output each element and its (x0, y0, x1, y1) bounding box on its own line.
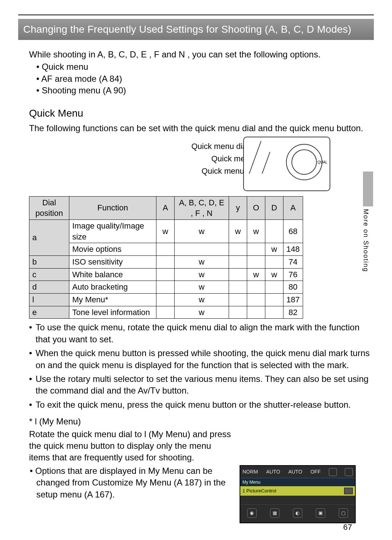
intro-line: While shooting in A, B, C, D, E , F and … (29, 49, 374, 60)
instruction-item: When the quick menu button is pressed wh… (29, 347, 374, 371)
cell (229, 294, 247, 306)
th-dial-position: Dial position (29, 196, 69, 219)
lcd-sel-text: PictureControl (246, 488, 276, 493)
cell-function: Tone level information (69, 306, 156, 319)
cell-dial-pos: b (29, 255, 69, 268)
cell-page: 82 (283, 306, 303, 319)
cell-page: 80 (283, 281, 303, 294)
section-desc: The following functions can be set with … (29, 122, 374, 134)
instruction-item: Use the rotary multi selector to set the… (29, 373, 374, 397)
dial-qual-label: QUAL (318, 160, 327, 165)
intro-item: Quick menu (36, 61, 374, 73)
instruction-list: To use the quick menu, rotate the quick … (29, 322, 374, 411)
lcd-bottom-icon: ▢ (339, 508, 348, 518)
cell: w (156, 219, 175, 243)
cell (247, 243, 265, 256)
cell: w (175, 219, 229, 243)
cell: w (247, 219, 265, 243)
cell (229, 306, 247, 319)
th-col-page: A (283, 196, 303, 219)
cell (156, 294, 175, 306)
cell (156, 306, 175, 319)
lcd-sel-num: 1 (242, 488, 245, 493)
cell (229, 243, 247, 256)
cell: w (265, 268, 283, 281)
table-row: d Auto bracketing w 80 (29, 281, 303, 294)
lcd-top-wb: AUTO (288, 468, 302, 475)
instruction-item: To use the quick menu, rotate the quick … (29, 322, 374, 345)
lcd-top-icon (345, 468, 353, 476)
dial-illustration: QUAL (243, 137, 330, 191)
cell-dial-pos: l (29, 294, 69, 306)
cell (229, 268, 247, 281)
cell-page: 68 (283, 219, 303, 243)
intro-block: While shooting in A, B, C, D, E , F and … (29, 49, 374, 97)
side-tab-label: More on Shooting (362, 209, 370, 272)
lcd-screenshot: NORM AUTO AUTO OFF My Menu 1 PictureCont… (240, 465, 356, 523)
cell (265, 294, 283, 306)
cell (156, 255, 175, 268)
cell-dial-pos: c (29, 268, 69, 281)
th-col-modes: A, B, C, D, E , F , N (175, 196, 229, 219)
lcd-top-bkt: OFF (310, 468, 320, 475)
cell-function: My Menu* (69, 294, 156, 306)
cell-function: Image quality/Image size (69, 219, 156, 243)
lcd-thumb-icon (344, 488, 353, 494)
side-tab-marker (363, 172, 373, 206)
cell-dial-pos: d (29, 281, 69, 294)
cell (175, 243, 229, 256)
table-row: b ISO sensitivity w 74 (29, 255, 303, 268)
lcd-bottom-icon: ▣ (316, 508, 325, 518)
lcd-selected-row: 1 PictureControl (240, 486, 355, 496)
lcd-bottom-icon: ▦ (270, 508, 279, 518)
cell-page: 148 (283, 243, 303, 256)
page-number: 67 (343, 522, 352, 533)
th-col-d: D (265, 196, 283, 219)
cell: w (175, 255, 229, 268)
cell (156, 268, 175, 281)
cell-page: 76 (283, 268, 303, 281)
page-title: Changing the Frequently Used Settings fo… (18, 19, 374, 40)
quick-menu-table: Dial position Function A A, B, C, D, E ,… (29, 196, 303, 319)
intro-item: Shooting menu (A 90) (36, 85, 374, 96)
table-row: a Image quality/Image size w w w w 68 (29, 219, 303, 243)
cell (265, 306, 283, 319)
cell-function: White balance (69, 268, 156, 281)
cell (229, 255, 247, 268)
cell (265, 281, 283, 294)
cell (265, 219, 283, 243)
cell (247, 306, 265, 319)
section-heading: Quick Menu (29, 106, 374, 120)
cell (229, 281, 247, 294)
cell: w (175, 306, 229, 319)
th-col-o: O (247, 196, 265, 219)
cell (156, 281, 175, 294)
cell (247, 255, 265, 268)
cell-function: ISO sensitivity (69, 255, 156, 268)
intro-item: AF area mode (A 84) (36, 73, 374, 85)
lcd-top-icon (329, 468, 337, 476)
cell: w (175, 281, 229, 294)
cell (156, 243, 175, 256)
table-row: c White balance w w w 76 (29, 268, 303, 281)
lcd-top-norm: NORM (242, 468, 258, 475)
cell: w (265, 243, 283, 256)
th-col-y: y (229, 196, 247, 219)
cell-function: Movie options (69, 243, 156, 256)
mymenu-heading: * l (My Menu) (29, 416, 374, 427)
cell-function: Auto bracketing (69, 281, 156, 294)
cell-page: 74 (283, 255, 303, 268)
cell (247, 281, 265, 294)
mymenu-body: Rotate the quick menu dial to l (My Menu… (29, 428, 232, 464)
cell (265, 255, 283, 268)
table-row: e Tone level information w 82 (29, 306, 303, 319)
cell: w (175, 268, 229, 281)
lcd-bottom-icon: ◐ (293, 508, 302, 518)
lcd-top-iso: AUTO (266, 468, 280, 475)
instruction-item: To exit the quick menu, press the quick … (29, 399, 374, 411)
cell-page: 187 (283, 294, 303, 306)
lcd-mymenu-label: My Menu (240, 478, 355, 486)
cell-dial-pos: a (29, 219, 69, 255)
cell: w (229, 219, 247, 243)
dial-diagram: Quick menu dial mark Quick menu dial Qui… (18, 137, 374, 195)
